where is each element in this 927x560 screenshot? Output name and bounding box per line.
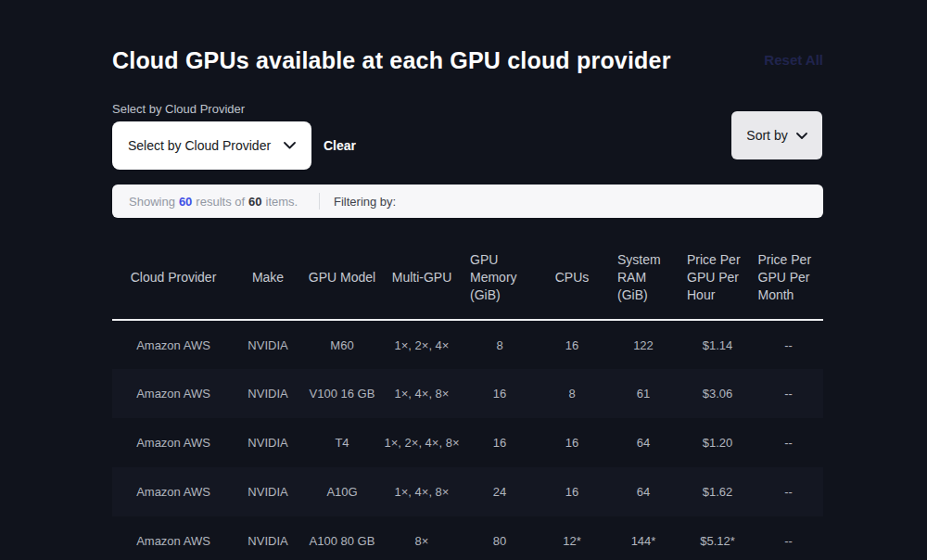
sort-by-label: Sort by <box>746 128 787 143</box>
table-cell: Amazon AWS <box>112 320 235 369</box>
table-cell: 1×, 2×, 4× <box>383 320 461 369</box>
table-cell: 16 <box>539 467 605 516</box>
table-cell: 12* <box>539 516 605 560</box>
table-cell: 64 <box>605 418 681 467</box>
table-cell: $1.14 <box>681 320 754 369</box>
table-cell: 16 <box>461 369 539 418</box>
table-body: Amazon AWSNVIDIAM601×, 2×, 4×816122$1.14… <box>112 320 823 560</box>
table-header: Cloud Provider Make GPU Model Multi-GPU … <box>112 236 823 320</box>
results-bar: Showing 60 results of 60 items. Filterin… <box>112 185 823 218</box>
table-cell: NVIDIA <box>235 516 301 560</box>
table-cell: -- <box>754 320 823 369</box>
page-title: Cloud GPUs available at each GPU cloud p… <box>112 47 671 74</box>
results-showing-text: Showing <box>129 195 175 209</box>
chevron-down-icon <box>796 133 807 139</box>
table-cell: $1.20 <box>681 418 754 467</box>
table-cell: 144* <box>605 516 681 560</box>
cloud-gpu-page: Cloud GPUs available at each GPU cloud p… <box>0 0 927 560</box>
table-cell: 16 <box>461 418 539 467</box>
table-cell: Amazon AWS <box>112 516 235 560</box>
column-header-price-month: Price Per GPU Per Month <box>754 236 823 320</box>
table-cell: T4 <box>301 418 383 467</box>
table-cell: Amazon AWS <box>112 467 235 516</box>
table-cell: V100 16 GB <box>301 369 383 418</box>
table-cell: $1.62 <box>681 467 754 516</box>
table-row: Amazon AWSNVIDIAM601×, 2×, 4×816122$1.14… <box>112 320 823 369</box>
column-header-gpu-memory: GPU Memory (GiB) <box>461 236 539 320</box>
table-cell: 8 <box>539 369 605 418</box>
table-cell: 1×, 2×, 4×, 8× <box>383 418 461 467</box>
table-cell: 1×, 4×, 8× <box>383 467 461 516</box>
column-header-cpus: CPUs <box>539 236 605 320</box>
table-cell: -- <box>754 369 823 418</box>
table-cell: A100 80 GB <box>301 516 383 560</box>
table-cell: 16 <box>539 418 605 467</box>
table-cell: NVIDIA <box>235 418 301 467</box>
table-cell: Amazon AWS <box>112 418 235 467</box>
table-cell: -- <box>754 418 823 467</box>
table-row: Amazon AWSNVIDIAT41×, 2×, 4×, 8×161664$1… <box>112 418 823 467</box>
provider-dropdown[interactable]: Select by Cloud Provider <box>112 121 311 170</box>
table-row: Amazon AWSNVIDIAV100 16 GB1×, 4×, 8×1686… <box>112 369 823 418</box>
provider-dropdown-value: Select by Cloud Provider <box>128 138 271 153</box>
provider-filter-label: Select by Cloud Provider <box>112 102 245 116</box>
table-cell: $5.12* <box>681 516 754 560</box>
table-cell: 61 <box>605 369 681 418</box>
results-of-text: results of <box>196 195 245 209</box>
results-items-text: items. <box>266 195 298 209</box>
table-cell: Amazon AWS <box>112 369 235 418</box>
sort-by-button[interactable]: Sort by <box>731 111 822 159</box>
chevron-down-icon <box>284 142 296 149</box>
table-cell: 122 <box>605 320 681 369</box>
results-divider <box>319 193 320 210</box>
column-header-cloud-provider: Cloud Provider <box>112 236 235 320</box>
table-cell: NVIDIA <box>235 320 301 369</box>
table-cell: 64 <box>605 467 681 516</box>
table-cell: -- <box>754 467 823 516</box>
reset-all-button[interactable]: Reset All <box>764 52 823 68</box>
table-cell: A10G <box>301 467 383 516</box>
table-cell: -- <box>754 516 823 560</box>
table-cell: NVIDIA <box>235 467 301 516</box>
results-summary: Showing 60 results of 60 items. <box>112 195 319 209</box>
table-cell: NVIDIA <box>235 369 301 418</box>
table-cell: 16 <box>539 320 605 369</box>
results-total-count: 60 <box>248 195 261 209</box>
table-cell: 24 <box>461 467 539 516</box>
column-header-multi-gpu: Multi-GPU <box>383 236 461 320</box>
table-cell: 8× <box>383 516 461 560</box>
table-cell: 1×, 4×, 8× <box>383 369 461 418</box>
table-row: Amazon AWSNVIDIAA100 80 GB8×8012*144*$5.… <box>112 516 823 560</box>
filtering-by-label: Filtering by: <box>334 195 396 209</box>
column-header-system-ram: System RAM (GiB) <box>605 236 681 320</box>
clear-filter-button[interactable]: Clear <box>324 121 356 170</box>
results-shown-count: 60 <box>179 195 192 209</box>
table-cell: M60 <box>301 320 383 369</box>
column-header-gpu-model: GPU Model <box>301 236 383 320</box>
column-header-make: Make <box>235 236 301 320</box>
table-cell: $3.06 <box>681 369 754 418</box>
table-cell: 80 <box>461 516 539 560</box>
table-cell: 8 <box>461 320 539 369</box>
gpu-table: Cloud Provider Make GPU Model Multi-GPU … <box>112 236 823 560</box>
table-row: Amazon AWSNVIDIAA10G1×, 4×, 8×241664$1.6… <box>112 467 823 516</box>
column-header-price-hour: Price Per GPU Per Hour <box>681 236 754 320</box>
